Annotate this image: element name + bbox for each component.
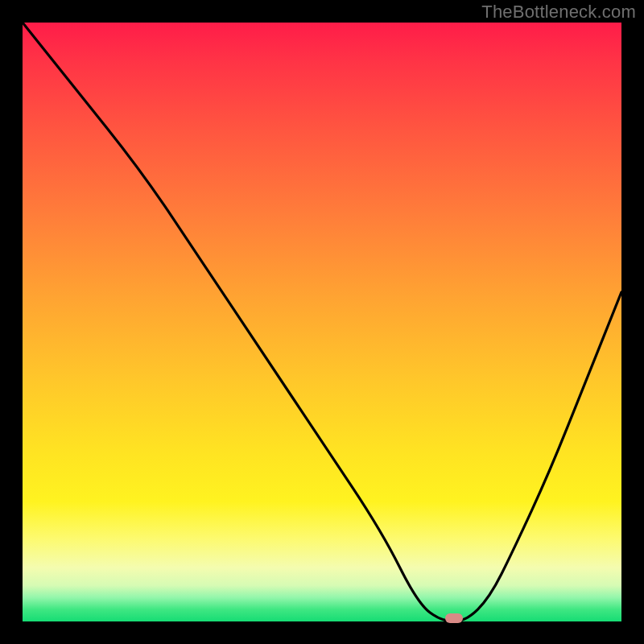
- current-config-marker: [445, 613, 463, 623]
- bottleneck-curve: [23, 23, 621, 621]
- chart-frame: TheBottleneck.com: [0, 0, 644, 644]
- watermark-text: TheBottleneck.com: [481, 2, 636, 23]
- curve-path: [23, 23, 621, 621]
